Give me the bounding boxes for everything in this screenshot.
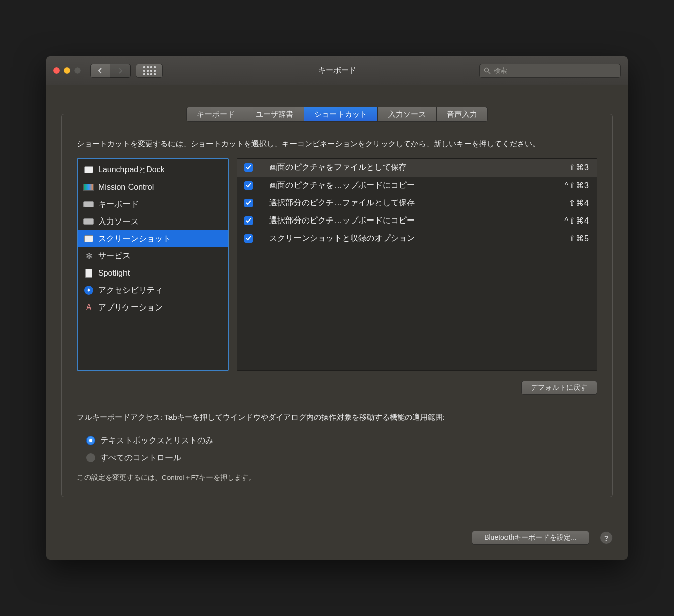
sidebar-item-services[interactable]: ✻ サービス [78, 247, 228, 265]
accessibility-icon: ✦ [83, 286, 94, 295]
tab-input-src[interactable]: 入力ソース [377, 107, 436, 122]
gear-icon: ✻ [83, 251, 94, 260]
shortcut-label: 画面のピクチャを…ップボードにコピー [260, 180, 558, 191]
hint-text: この設定を変更するには、Control＋F7キーを押します。 [77, 473, 597, 482]
sidebar-item-label: アプリケーション [98, 302, 163, 313]
shortcut-row[interactable]: 選択部分のピクチ…ップボードにコピー ^⇧⌘4 [237, 212, 597, 230]
checkbox[interactable] [244, 216, 253, 225]
svg-point-0 [485, 68, 489, 72]
svg-line-1 [488, 72, 490, 74]
launchpad-icon [83, 165, 94, 174]
shortcut-label: 画面のピクチャをファイルとして保存 [260, 162, 562, 173]
forward-button [110, 64, 131, 78]
sidebar-item-label: LaunchpadとDock [98, 165, 165, 175]
screenshot-icon [83, 234, 94, 243]
instruction-text: ショートカットを変更するには、ショートカットを選択し、キーコンビネーションをクリ… [77, 137, 597, 150]
sidebar-item-accessibility[interactable]: ✦ アクセシビリティ [78, 282, 228, 299]
tab-dictation[interactable]: 音声入力 [436, 107, 488, 122]
preferences-window: キーボード キーボード ユーザ辞書 ショートカット 入力ソース 音声入力 ショー… [46, 56, 628, 560]
radio-button[interactable] [86, 453, 95, 462]
checkbox[interactable] [244, 234, 253, 243]
sidebar-item-mission-control[interactable]: Mission Control [78, 179, 228, 196]
search-field[interactable] [479, 64, 621, 78]
sidebar-item-label: 入力ソース [98, 216, 139, 227]
shortcut-list[interactable]: 画面のピクチャをファイルとして保存 ⇧⌘3 画面のピクチャを…ップボードにコピー… [237, 158, 597, 371]
sidebar-item-label: サービス [98, 251, 131, 261]
checkbox[interactable] [244, 199, 253, 207]
tab-bar: キーボード ユーザ辞書 ショートカット 入力ソース 音声入力 [61, 107, 613, 122]
bluetooth-keyboard-button[interactable]: Bluetoothキーボードを設定... [472, 531, 589, 545]
tab-user-dict[interactable]: ユーザ辞書 [245, 107, 304, 122]
radio-button[interactable] [86, 436, 95, 445]
traffic-lights [53, 67, 81, 74]
radio-all-controls[interactable]: すべてのコントロール [86, 449, 597, 466]
nav-group [90, 64, 131, 78]
mission-control-icon [83, 183, 94, 192]
shortcut-row[interactable]: 画面のピクチャをファイルとして保存 ⇧⌘3 [237, 159, 597, 177]
radio-text-boxes-only[interactable]: テキストボックスとリストのみ [86, 432, 597, 449]
toolbar: キーボード [46, 56, 628, 85]
show-all-button[interactable] [136, 64, 163, 78]
shortcut-keys[interactable]: ^⇧⌘4 [565, 216, 589, 226]
sidebar-item-label: スクリーンショット [98, 234, 171, 244]
shortcut-keys[interactable]: ⇧⌘5 [569, 234, 589, 243]
sidebar-item-input-sources[interactable]: 入力ソース [78, 213, 228, 230]
footer: Bluetoothキーボードを設定... ? [46, 517, 628, 560]
shortcut-label: スクリーンショットと収録のオプション [260, 233, 562, 244]
shortcut-row[interactable]: 画面のピクチャを…ップボードにコピー ^⇧⌘3 [237, 177, 597, 194]
search-icon [484, 67, 491, 74]
back-button[interactable] [90, 64, 110, 78]
sidebar-item-applications[interactable]: A アプリケーション [78, 299, 228, 316]
search-input[interactable] [494, 67, 616, 74]
category-list[interactable]: LaunchpadとDock Mission Control キーボード 入力ソ… [77, 158, 229, 371]
radio-label: すべてのコントロール [100, 453, 181, 463]
close-button[interactable] [53, 67, 60, 74]
sidebar-item-launchpad[interactable]: LaunchpadとDock [78, 161, 228, 179]
restore-defaults-button[interactable]: デフォルトに戻す [521, 381, 597, 395]
shortcut-row[interactable]: 選択部分のピクチ…ファイルとして保存 ⇧⌘4 [237, 194, 597, 212]
minimize-button[interactable] [64, 67, 70, 74]
full-keyboard-description: フルキーボードアクセス: Tabキーを押してウインドウやダイアログ内の操作対象を… [77, 410, 597, 424]
shortcut-group: ショートカットを変更するには、ショートカットを選択し、キーコンビネーションをクリ… [61, 114, 613, 497]
keyboard-icon [83, 200, 94, 209]
body: キーボード ユーザ辞書 ショートカット 入力ソース 音声入力 ショートカットを変… [46, 85, 628, 517]
shortcut-label: 選択部分のピクチ…ファイルとして保存 [260, 198, 562, 208]
sidebar-item-label: キーボード [98, 199, 139, 210]
lists-container: LaunchpadとDock Mission Control キーボード 入力ソ… [77, 158, 597, 371]
shortcut-keys[interactable]: ⇧⌘3 [569, 163, 589, 172]
shortcut-keys[interactable]: ^⇧⌘3 [565, 181, 589, 190]
sidebar-item-screenshot[interactable]: スクリーンショット [78, 230, 228, 247]
checkbox[interactable] [244, 163, 253, 172]
sidebar-item-label: Mission Control [98, 183, 154, 192]
shortcut-keys[interactable]: ⇧⌘4 [569, 198, 589, 208]
checkbox[interactable] [244, 181, 253, 190]
sidebar-item-label: アクセシビリティ [98, 285, 163, 296]
shortcut-label: 選択部分のピクチ…ップボードにコピー [260, 215, 558, 226]
radio-label: テキストボックスとリストのみ [100, 435, 214, 446]
doc-icon [83, 269, 94, 278]
tab-keyboard[interactable]: キーボード [186, 107, 245, 122]
zoom-button-disabled [74, 67, 81, 74]
sidebar-item-keyboard[interactable]: キーボード [78, 196, 228, 213]
keyboard-icon [83, 217, 94, 226]
sidebar-item-spotlight[interactable]: Spotlight [78, 265, 228, 282]
tab-shortcuts[interactable]: ショートカット [304, 107, 377, 122]
app-icon: A [83, 303, 94, 312]
shortcut-row[interactable]: スクリーンショットと収録のオプション ⇧⌘5 [237, 230, 597, 247]
full-keyboard-radio-group: テキストボックスとリストのみ すべてのコントロール [77, 432, 597, 466]
help-button[interactable]: ? [600, 531, 613, 544]
grid-icon [143, 66, 156, 75]
sidebar-item-label: Spotlight [98, 269, 130, 278]
